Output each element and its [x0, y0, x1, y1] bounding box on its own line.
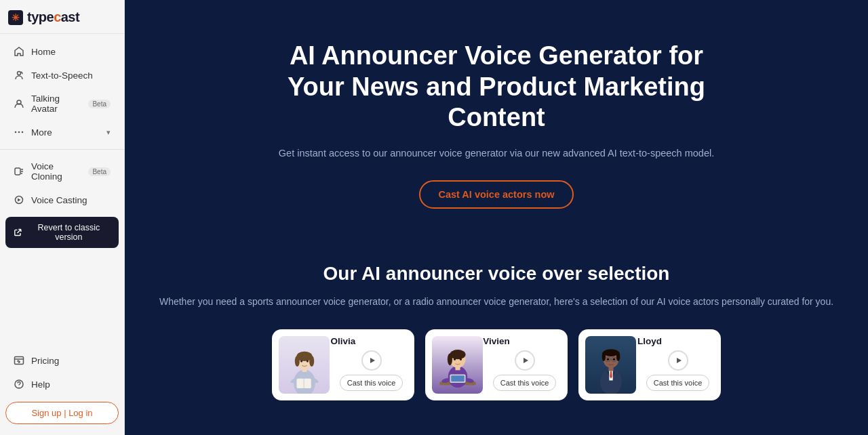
voice-selection-section: Our AI announcer voice over selection Wh… [125, 243, 868, 428]
sidebar-item-voice-cloning-label: Voice Cloning [31, 161, 80, 182]
play-icon [675, 357, 682, 364]
olivia-controls: Cast this voice [335, 350, 408, 394]
svg-point-4 [15, 131, 17, 133]
svg-marker-36 [524, 358, 528, 363]
svg-rect-9 [15, 357, 24, 365]
voice-cards: Olivia [152, 329, 841, 414]
svg-marker-49 [677, 358, 682, 363]
lloyd-play-button[interactable] [668, 350, 688, 371]
svg-point-43 [616, 352, 620, 361]
home-icon [14, 46, 24, 57]
cta-button[interactable]: Cast AI voice actors now [419, 180, 573, 209]
sidebar-item-help-label: Help [31, 379, 50, 390]
svg-point-19 [294, 356, 299, 367]
logo-text: typecast [27, 9, 79, 25]
main-content: AI Announcer Voice Generator for Your Ne… [125, 0, 868, 435]
svg-point-33 [447, 354, 452, 366]
pricing-icon [14, 355, 24, 366]
section-title: Our AI announcer voice over selection [152, 263, 841, 285]
olivia-avatar [279, 336, 330, 394]
avatar-badge: Beta [88, 100, 111, 108]
voice-casting-icon [14, 194, 24, 205]
vivien-avatar [432, 336, 483, 394]
sidebar-item-pricing-label: Pricing [31, 356, 59, 366]
chevron-down-icon: ▾ [106, 128, 111, 137]
svg-point-44 [606, 358, 608, 361]
svg-point-42 [601, 352, 605, 361]
sidebar-item-voice-casting[interactable]: Voice Casting [4, 188, 120, 211]
olivia-play-button[interactable] [361, 350, 382, 371]
revert-button[interactable]: Revert to classic version [5, 217, 119, 248]
voice-card-vivien-name: Vivien [483, 336, 510, 346]
sidebar-item-home[interactable]: Home [4, 40, 120, 63]
nav-divider [0, 149, 124, 150]
voice-card-lloyd-name: Lloyd [637, 336, 662, 346]
signup-button[interactable]: Sign up | Log in [5, 402, 119, 424]
svg-point-34 [453, 358, 455, 361]
sidebar-item-tts-label: Text-to-Speech [31, 70, 93, 81]
svg-point-45 [612, 358, 614, 361]
nav-section: Home Text-to-Speech Talking Avatar Beta [0, 34, 124, 346]
vivien-cast-label: Cast this voice [500, 379, 549, 387]
logo[interactable]: ✳ typecast [0, 0, 124, 34]
lloyd-cast-button[interactable]: Cast this voice [646, 375, 710, 391]
voice-card-olivia-name: Olivia [331, 336, 356, 346]
voice-card-olivia: Olivia [272, 329, 414, 400]
avatar-icon [14, 98, 24, 109]
lloyd-cast-label: Cast this voice [654, 379, 703, 387]
svg-point-22 [306, 360, 308, 363]
play-icon [369, 357, 376, 364]
signup-button-label: Sign up | Log in [31, 408, 92, 418]
sidebar-item-help[interactable]: Help [4, 373, 120, 396]
voice-cloning-icon [14, 166, 24, 177]
svg-point-6 [22, 131, 24, 133]
lloyd-controls: Cast this voice [642, 350, 714, 394]
sidebar-item-home-label: Home [31, 47, 56, 57]
vivien-cast-button[interactable]: Cast this voice [493, 375, 557, 391]
sidebar-item-pricing[interactable]: Pricing [4, 349, 120, 372]
olivia-cast-label: Cast this voice [347, 379, 396, 387]
svg-marker-23 [370, 358, 375, 363]
sidebar-item-more-label: More [31, 127, 52, 138]
sidebar-item-avatar[interactable]: Talking Avatar Beta [4, 87, 120, 120]
sidebar-item-voice-cloning[interactable]: Voice Cloning Beta [4, 155, 120, 188]
olivia-cast-button[interactable]: Cast this voice [340, 375, 403, 391]
play-icon [522, 357, 529, 364]
external-link-icon [14, 228, 22, 237]
svg-rect-7 [15, 168, 20, 175]
revert-button-label: Revert to classic version [27, 223, 111, 242]
vivien-play-button[interactable] [515, 350, 535, 371]
vivien-controls: Cast this voice [488, 350, 561, 394]
sidebar-item-tts[interactable]: Text-to-Speech [4, 64, 120, 87]
svg-point-32 [450, 350, 465, 359]
tts-icon [14, 70, 24, 81]
help-icon [14, 379, 24, 390]
sidebar-item-avatar-label: Talking Avatar [31, 94, 80, 114]
cta-button-label: Cast AI voice actors now [438, 189, 554, 200]
svg-point-5 [18, 131, 20, 133]
more-icon [14, 127, 24, 138]
voice-card-vivien: Vivien [425, 329, 568, 400]
sidebar-item-voice-casting-label: Voice Casting [31, 195, 87, 205]
svg-text:✳: ✳ [12, 12, 20, 23]
hero-section: AI Announcer Voice Generator for Your Ne… [232, 0, 761, 243]
sidebar: ✳ typecast Home Text-to-Speech [0, 0, 125, 435]
svg-rect-29 [451, 376, 465, 382]
svg-point-21 [300, 360, 302, 363]
sidebar-item-more[interactable]: More ▾ [4, 121, 120, 144]
sidebar-bottom: Pricing Help Sign up | Log in [0, 346, 124, 435]
hero-title: AI Announcer Voice Generator for Your Ne… [259, 41, 734, 133]
voice-cloning-badge: Beta [88, 167, 111, 176]
typecast-logo-icon: ✳ [8, 10, 23, 25]
svg-point-20 [309, 356, 314, 367]
svg-point-2 [18, 72, 21, 75]
section-subtitle: Whether you need a sports announcer voic… [152, 294, 841, 309]
voice-card-lloyd: Lloyd [578, 329, 721, 400]
svg-point-35 [459, 358, 461, 361]
hero-subtitle: Get instant access to our announcer voic… [259, 146, 734, 161]
lloyd-avatar [585, 336, 636, 394]
